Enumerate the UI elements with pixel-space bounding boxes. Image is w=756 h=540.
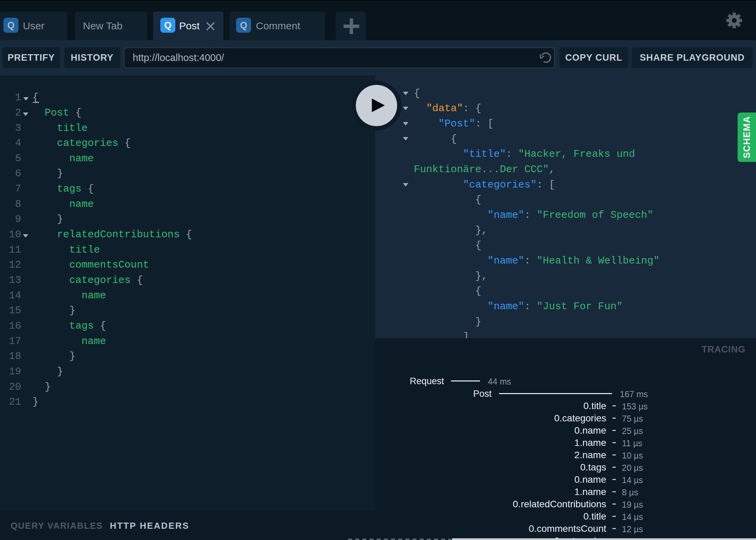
svg-text:SCHEMA: SCHEMA — [742, 116, 752, 158]
